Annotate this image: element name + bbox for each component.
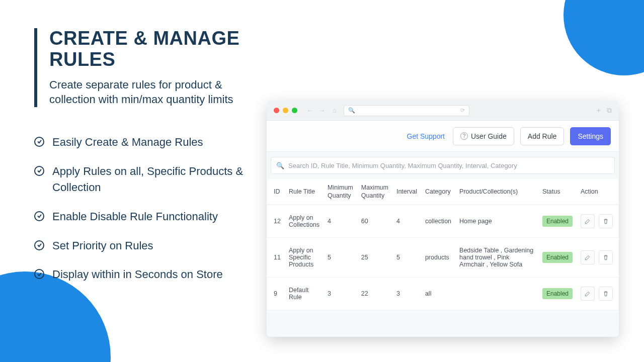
reload-icon[interactable]: ⟳: [460, 107, 465, 114]
new-tab-icon[interactable]: +: [597, 106, 601, 115]
decorative-blob-top-right: [564, 0, 644, 75]
col-header-interval[interactable]: Interval: [392, 179, 421, 205]
user-guide-button[interactable]: ? User Guide: [453, 127, 514, 145]
cell-max: 22: [357, 278, 392, 310]
browser-chrome: ← → ⌂ 🔍 ⟳ + ⧉: [267, 101, 619, 121]
cell-category: all: [421, 278, 455, 310]
copy-icon[interactable]: ⧉: [607, 106, 612, 115]
cell-max: 25: [357, 238, 392, 278]
help-icon: ?: [460, 132, 468, 140]
minimize-icon[interactable]: [283, 108, 288, 113]
feature-list: Easily Create & Manage Rules Apply Rules…: [34, 134, 256, 283]
status-badge: Enabled: [542, 288, 573, 299]
cell-title: Default Rule: [285, 278, 324, 310]
rules-table: ID Rule Title Minimum Quantity Maximum Q…: [267, 179, 619, 310]
app-window: ← → ⌂ 🔍 ⟳ + ⧉ Get Support ? User Guide A…: [267, 101, 619, 337]
feature-item: Easily Create & Manage Rules: [34, 134, 256, 150]
feature-text: Display within in Seconds on Store: [52, 266, 223, 283]
table-row: 12 Apply on Collections 4 60 4 collectio…: [267, 205, 619, 238]
maximize-icon[interactable]: [292, 108, 297, 113]
status-badge: Enabled: [542, 252, 573, 263]
table-row: 9 Default Rule 3 22 3 all Enabled: [267, 278, 619, 310]
cell-products: Bedside Table , Gardening hand trowel , …: [455, 238, 538, 278]
cell-id: 9: [267, 278, 285, 310]
feature-text: Set Priority on Rules: [52, 238, 153, 254]
rules-table-body: 12 Apply on Collections 4 60 4 collectio…: [267, 205, 619, 310]
col-header-category[interactable]: Category: [421, 179, 455, 205]
col-header-min[interactable]: Minimum Quantity: [324, 179, 357, 205]
col-header-title[interactable]: Rule Title: [285, 179, 324, 205]
status-badge: Enabled: [542, 216, 573, 227]
cell-id: 12: [267, 205, 285, 238]
feature-item: Enable Disable Rule Functionality: [34, 209, 256, 225]
delete-button[interactable]: [599, 250, 613, 264]
cell-title: Apply on Specific Products: [285, 238, 324, 278]
edit-button[interactable]: [581, 250, 595, 264]
app-toolbar: Get Support ? User Guide Add Rule Settin…: [267, 121, 619, 152]
edit-button[interactable]: [581, 214, 595, 228]
window-controls: [274, 108, 297, 113]
delete-button[interactable]: [599, 287, 613, 301]
cell-products: [455, 278, 538, 310]
edit-button[interactable]: [581, 287, 595, 301]
cell-interval: 3: [392, 278, 421, 310]
home-icon[interactable]: ⌂: [333, 107, 337, 114]
add-rule-label: Add Rule: [528, 132, 557, 140]
feature-item: Set Priority on Rules: [34, 238, 256, 254]
col-header-max[interactable]: Maximum Quantity: [357, 179, 392, 205]
get-support-link[interactable]: Get Support: [407, 132, 445, 140]
check-icon: [34, 137, 44, 147]
feature-item: Display within in Seconds on Store: [34, 266, 256, 283]
forward-icon[interactable]: →: [318, 107, 326, 115]
cell-category: collection: [421, 205, 455, 238]
cell-category: products: [421, 238, 455, 278]
search-icon: 🔍: [348, 107, 355, 114]
cell-products: Home page: [455, 205, 538, 238]
col-header-status[interactable]: Status: [538, 179, 577, 205]
settings-label: Settings: [578, 132, 603, 140]
feature-text: Easily Create & Manage Rules: [52, 134, 203, 150]
cell-max: 60: [357, 205, 392, 238]
check-icon: [34, 240, 44, 250]
table-row: 11 Apply on Specific Products 5 25 5 pro…: [267, 238, 619, 278]
col-header-products[interactable]: Product/Collection(s): [455, 179, 538, 205]
check-icon: [34, 166, 44, 176]
marketing-left-column: CREATE & MANAGE RULES Create separate ru…: [34, 28, 256, 296]
check-icon: [34, 269, 44, 279]
page-subtitle: Create separate rules for product & coll…: [49, 77, 256, 107]
cell-min: 4: [324, 205, 357, 238]
cell-min: 5: [324, 238, 357, 278]
feature-item: Apply Rules on all, Specific Products & …: [34, 163, 256, 196]
cell-interval: 5: [392, 238, 421, 278]
back-icon[interactable]: ←: [306, 107, 313, 115]
cell-title: Apply on Collections: [285, 205, 324, 238]
cell-interval: 4: [392, 205, 421, 238]
close-icon[interactable]: [274, 108, 279, 113]
delete-button[interactable]: [599, 214, 613, 228]
add-rule-button[interactable]: Add Rule: [520, 127, 565, 145]
user-guide-label: User Guide: [471, 132, 507, 140]
feature-text: Enable Disable Rule Functionality: [52, 209, 218, 225]
feature-text: Apply Rules on all, Specific Products & …: [52, 163, 256, 196]
col-header-action: Action: [577, 179, 619, 205]
search-box[interactable]: 🔍: [271, 157, 615, 174]
page-title: CREATE & MANAGE RULES: [49, 28, 256, 70]
cell-min: 3: [324, 278, 357, 310]
col-header-id[interactable]: ID: [267, 179, 285, 205]
url-bar[interactable]: 🔍 ⟳: [344, 105, 469, 116]
cell-id: 11: [267, 238, 285, 278]
search-input[interactable]: [288, 162, 609, 169]
search-icon: 🔍: [276, 162, 284, 169]
settings-button[interactable]: Settings: [570, 127, 611, 145]
check-icon: [34, 211, 44, 221]
